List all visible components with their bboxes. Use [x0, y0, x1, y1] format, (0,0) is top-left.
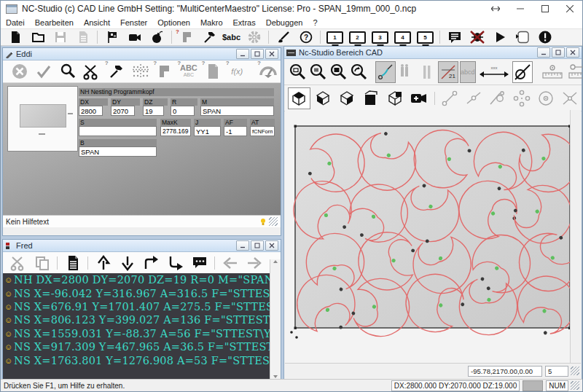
draw-tangent-icon[interactable]: [486, 87, 509, 109]
minimize-button[interactable]: [508, 1, 533, 17]
menu-bearbeiten[interactable]: Bearbeiten: [30, 17, 79, 28]
ruler-two-points-icon[interactable]: [566, 61, 583, 83]
hammer-icon[interactable]: [197, 30, 220, 45]
code-line[interactable]: ☺NH DX=2800 DY=2070 DZ=19 R=0 M="SPAN": [3, 273, 272, 286]
text-abc-icon[interactable]: ? ABC ABC: [176, 61, 200, 82]
confirm-check-icon[interactable]: [31, 61, 55, 82]
menu-datei[interactable]: Datei: [1, 17, 30, 28]
menu-makro[interactable]: Makro: [195, 17, 228, 28]
restore-arrows-icon[interactable]: [483, 1, 508, 17]
align-columns-icon[interactable]: [397, 61, 416, 83]
code-scrollbar[interactable]: [270, 259, 281, 379]
cad-minimize-button[interactable]: [537, 47, 550, 58]
view-top-cube-icon[interactable]: [288, 87, 310, 109]
cad-scrollbar[interactable]: [570, 110, 581, 363]
eddi-close-button[interactable]: [265, 49, 278, 59]
fred-minimize-button[interactable]: [236, 240, 249, 251]
cad-title-bar[interactable]: Nc-Studio Bereich CAD: [284, 47, 582, 59]
navigate-back-icon[interactable]: [218, 253, 242, 273]
bomb-icon[interactable]: [146, 30, 168, 45]
field-input-s[interactable]: [79, 126, 157, 136]
field-input-dy[interactable]: [111, 106, 135, 116]
hammer-tool-icon[interactable]: ?: [104, 61, 128, 82]
video-camera-icon[interactable]: [123, 30, 146, 45]
move-down-icon[interactable]: [115, 253, 139, 273]
move-up-icon[interactable]: [91, 253, 115, 273]
draw-circle-pattern-icon[interactable]: [510, 87, 533, 109]
menu-optionen[interactable]: Optionen: [152, 17, 195, 28]
cad-drawing-canvas[interactable]: [285, 110, 571, 363]
maximize-button[interactable]: [533, 1, 557, 17]
zoom-extents-icon[interactable]: [308, 61, 327, 83]
text-abcd-icon[interactable]: abcd: [460, 61, 476, 83]
fred-maximize-button[interactable]: [251, 240, 264, 251]
document-icon[interactable]: ?: [201, 61, 225, 82]
zoom-window-icon[interactable]: [288, 61, 307, 83]
open-folder-icon[interactable]: [26, 30, 49, 45]
code-line[interactable]: ☺NS X=806.123 Y=399.027 A=136 F="STTEST\: [3, 313, 272, 326]
output-log-icon[interactable]: [443, 30, 466, 45]
field-input-maxk[interactable]: [160, 126, 191, 136]
monitor-2-icon[interactable]: 2: [346, 30, 369, 45]
cut-icon[interactable]: [80, 61, 104, 82]
field-input-dx[interactable]: [79, 106, 103, 116]
draw-midpoint-icon[interactable]: [462, 87, 485, 109]
jump-into-icon[interactable]: [163, 253, 187, 273]
zoom-selection-icon[interactable]: [329, 61, 348, 83]
brush-icon[interactable]: [272, 30, 294, 45]
dollar-abc-icon[interactable]: $abc: [220, 30, 243, 45]
eddi-minimize-button[interactable]: [236, 49, 249, 59]
code-line[interactable]: ☺NS X=917.309 Y=467.965 A=36.5 F="STTEST…: [3, 340, 272, 353]
field-input-r[interactable]: [171, 106, 195, 116]
cad-maximize-button[interactable]: [552, 47, 565, 58]
align-bars-icon[interactable]: [418, 61, 437, 83]
field-input-af[interactable]: [224, 126, 247, 136]
run-icon[interactable]: [488, 30, 511, 45]
draw-circle-center-icon[interactable]: [534, 87, 557, 109]
new-file-icon[interactable]: [4, 30, 26, 45]
run-window-icon[interactable]: [511, 30, 533, 45]
code-line[interactable]: ☺NS X=676.91 Y=1701.407 A=275.5 F="STTES…: [3, 300, 272, 313]
menu-fenster[interactable]: Fenster: [115, 17, 152, 28]
monitor-1-icon[interactable]: 1: [324, 30, 346, 45]
stop-alert-icon[interactable]: [533, 30, 556, 45]
diameter-tool-icon[interactable]: [512, 61, 533, 83]
menu-ansicht[interactable]: Ansicht: [79, 17, 115, 28]
help-icon[interactable]: ?: [294, 30, 317, 45]
code-line[interactable]: ☺NS X=1559.031 Y=-88.37 A=56 F="STTEST\Y…: [3, 327, 272, 340]
draw-cross-point-icon[interactable]: [558, 87, 581, 109]
fred-title-bar[interactable]: Fred: [3, 240, 281, 252]
comment-icon[interactable]: [187, 253, 211, 273]
field-input-dz[interactable]: [143, 106, 164, 116]
gear-icon[interactable]: [243, 30, 265, 45]
view-iso-cube-icon[interactable]: [384, 87, 407, 109]
part-shape-icon[interactable]: ?: [175, 30, 197, 45]
ruler-point-icon[interactable]: [540, 61, 565, 83]
print-preview-icon[interactable]: [71, 30, 94, 45]
eddi-title-bar[interactable]: Eddi: [3, 48, 281, 60]
program-page-icon[interactable]: [60, 253, 85, 273]
search-icon[interactable]: [55, 61, 79, 82]
camera-add-icon[interactable]: [408, 87, 431, 109]
view-right-cube-icon[interactable]: [336, 87, 359, 109]
view-left-cube-icon[interactable]: [312, 87, 334, 109]
menu-extras[interactable]: Extras: [228, 17, 261, 28]
view-front-cube-icon[interactable]: [360, 87, 383, 109]
snap-grid-icon[interactable]: [128, 61, 152, 82]
cad-close-button[interactable]: [566, 47, 579, 58]
field-input-m[interactable]: [200, 106, 274, 116]
eddi-maximize-button[interactable]: [251, 49, 264, 59]
draw-line-points-icon[interactable]: [439, 87, 461, 109]
measure-curve-icon[interactable]: [375, 61, 396, 83]
field-input-b[interactable]: [79, 146, 157, 157]
fred-close-button[interactable]: [265, 240, 278, 251]
resize-grip[interactable]: [571, 381, 579, 390]
cut-gray-icon[interactable]: [6, 253, 30, 273]
save-icon[interactable]: [49, 30, 71, 45]
monitor-5-icon[interactable]: 5: [414, 30, 437, 45]
navigate-forward-icon[interactable]: [242, 253, 266, 273]
resize-grip[interactable]: [571, 366, 579, 375]
close-button[interactable]: [557, 1, 582, 17]
code-line[interactable]: ☺NS X=1763.801 Y=1276.908 A=53 F="STTEST: [3, 353, 272, 366]
code-line[interactable]: ☺NS X=-96.042 Y=316.967 A=316.5 F="STTES…: [3, 286, 272, 299]
